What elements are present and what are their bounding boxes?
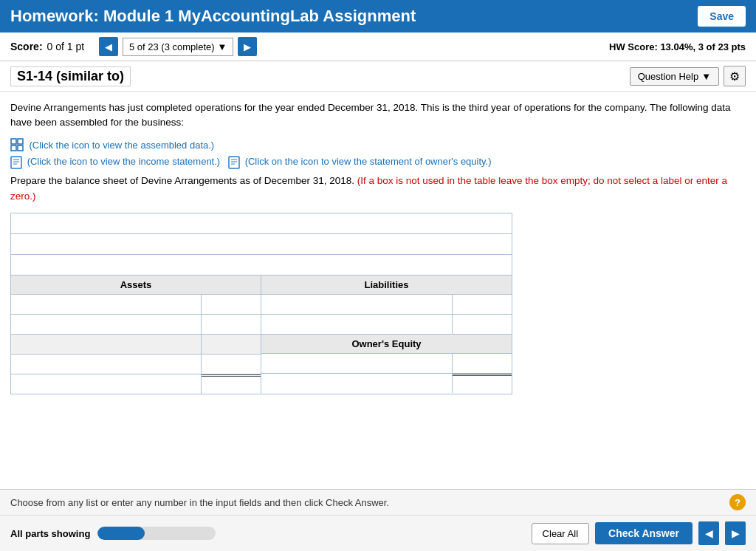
liabilities-header: Liabilities (261, 276, 512, 295)
equity-amount-2[interactable] (453, 374, 512, 393)
save-button[interactable]: Save (698, 6, 746, 27)
liability-amount-2[interactable] (453, 315, 512, 334)
nav-bar: Score: 0 of 1 pt ◀ 5 of 23 (3 complete) … (0, 32, 756, 61)
asset-row-5 (11, 374, 261, 394)
svg-rect-4 (11, 157, 21, 168)
question-id: S1-14 (similar to) (10, 66, 131, 86)
question-help-button[interactable]: Question Help ▼ (630, 67, 719, 86)
svg-rect-0 (11, 139, 16, 144)
bs-columns: Assets (11, 276, 512, 394)
bs-title-section (11, 213, 512, 276)
question-header: S1-14 (similar to) Question Help ▼ ⚙ (0, 61, 756, 92)
asset-row-3 (11, 335, 261, 355)
liability-row-1 (261, 295, 512, 315)
bs-title-input-3[interactable] (11, 255, 512, 276)
asset-amount-3[interactable] (202, 335, 261, 354)
doc-icon-1 (10, 157, 25, 168)
asset-label-1[interactable] (11, 295, 202, 314)
svg-rect-1 (18, 139, 23, 144)
doc-icon-2 (228, 157, 243, 168)
liability-amount-1[interactable] (453, 295, 512, 314)
progress-dropdown[interactable]: 5 of 23 (3 complete) ▼ (123, 38, 234, 56)
assets-header: Assets (11, 276, 261, 295)
asset-label-3[interactable] (11, 335, 202, 354)
assembled-data-link[interactable]: (Click the icon to view the assembled da… (29, 140, 214, 151)
asset-amount-1[interactable] (202, 295, 261, 314)
prev-question-button[interactable]: ◀ (99, 37, 118, 56)
help-chevron-icon: ▼ (701, 71, 711, 82)
asset-label-2[interactable] (11, 315, 202, 334)
score-value: 0 of 1 pt (47, 41, 85, 52)
equity-row-1 (261, 354, 512, 374)
equity-label-1[interactable] (261, 354, 453, 373)
prepare-text: Prepare the balance sheet of Devine Arra… (10, 174, 746, 204)
gear-icon: ⚙ (729, 69, 740, 83)
balance-sheet-table: Assets (10, 213, 512, 394)
income-statement-link-line: (Click the icon to view the income state… (10, 156, 746, 169)
hw-score-value: 13.04%, 3 of 23 pts (660, 41, 746, 52)
liability-row-2 (261, 315, 512, 335)
dropdown-arrow-icon: ▼ (218, 41, 227, 52)
asset-label-5[interactable] (11, 374, 202, 394)
bs-title-input-2[interactable] (11, 234, 512, 255)
owners-equity-header: Owner's Equity (261, 335, 512, 354)
svg-rect-3 (18, 146, 23, 151)
settings-button[interactable]: ⚙ (724, 66, 746, 86)
equity-label-2[interactable] (261, 374, 453, 393)
asset-amount-5[interactable] (202, 374, 261, 394)
next-question-button[interactable]: ▶ (238, 37, 257, 56)
liability-label-1[interactable] (261, 295, 453, 314)
score-label: Score: (10, 41, 43, 52)
asset-amount-4[interactable] (202, 355, 261, 374)
svg-rect-8 (229, 157, 239, 168)
equity-amount-1[interactable] (453, 354, 512, 373)
equity-row-2 (261, 374, 512, 393)
nav-right: HW Score: 13.04%, 3 of 23 pts (609, 41, 746, 52)
income-statement-link[interactable]: (Click the icon to view the income state… (27, 157, 221, 168)
nav-left: Score: 0 of 1 pt ◀ 5 of 23 (3 complete) … (10, 37, 257, 56)
bs-title-input-1[interactable] (11, 213, 512, 234)
qh-wrap: Question Help ▼ ⚙ (630, 66, 746, 86)
liability-label-2[interactable] (261, 315, 453, 334)
asset-amount-2[interactable] (202, 315, 261, 334)
grid-icon: ​ (10, 138, 27, 151)
page-header: Homework: Module 1 MyAccountingLab Assig… (0, 0, 756, 32)
svg-rect-2 (11, 146, 16, 151)
asset-row-2 (11, 315, 261, 335)
page-title: Homework: Module 1 MyAccountingLab Assig… (10, 7, 416, 26)
assembled-data-link-line: ​ (Click the icon to view the assembled … (10, 138, 746, 152)
progress-text: 5 of 23 (3 complete) (129, 41, 215, 52)
problem-text: Devine Arrangements has just completed o… (10, 100, 746, 131)
content-area: Devine Arrangements has just completed o… (0, 92, 756, 411)
asset-label-4[interactable] (11, 355, 202, 374)
asset-row-1 (11, 295, 261, 315)
bs-liabilities-column: Liabilities Owner's Equity (261, 276, 512, 394)
bs-assets-column: Assets (11, 276, 261, 394)
owners-equity-link[interactable]: (Click on the icon to view the statement… (245, 157, 492, 168)
hw-score-label: HW Score: 13.04%, 3 of 23 pts (609, 41, 746, 52)
asset-row-4 (11, 355, 261, 374)
